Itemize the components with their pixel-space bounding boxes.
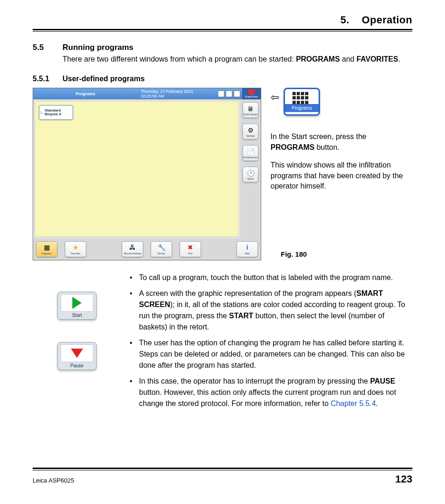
pause-button-label: Pause <box>70 363 83 368</box>
arrow-left-icon: ⇨ <box>271 92 279 103</box>
gauge-icon: 🕑 <box>247 169 255 177</box>
chapter-title: Operation <box>362 14 412 26</box>
pause-button[interactable]: Pause <box>57 342 97 370</box>
screens-icon: 🖧 <box>129 244 136 251</box>
status-button[interactable]: 🕑Status <box>243 167 258 182</box>
subsection-number: 5.5.1 <box>33 75 54 83</box>
start-button[interactable]: Start <box>57 292 97 320</box>
screenshot-topbar: Programs Thursday, 17 February 2011 10:2… <box>33 88 261 99</box>
chapter-header: 5. Operation <box>33 14 412 29</box>
programs-large-button[interactable]: Programs <box>284 88 320 116</box>
right-paragraph-1: In the Start screen, press the PROGRAMS … <box>271 132 412 153</box>
programs-screenshot: Programs Thursday, 17 February 2011 10:2… <box>33 88 261 260</box>
topbar-battery-icon[interactable] <box>226 91 232 97</box>
info-icon: i <box>246 244 248 251</box>
monitor-icon: 🖥 <box>247 105 254 112</box>
screenshot-bottombar: ▦Programs ★Favorites 🖧Remote Desktop 🔧Se… <box>33 238 261 260</box>
instruction-list: To call up a program, touch the button t… <box>130 272 412 409</box>
figure-caption: Fig. 180 <box>281 250 412 258</box>
chapter-number: 5. <box>341 14 349 26</box>
list-item: The user has the option of changing the … <box>130 337 412 371</box>
pause-icon <box>71 349 83 358</box>
program-tile-index: 1 <box>39 111 44 115</box>
grid-icon: ▦ <box>44 244 50 251</box>
grid-icon <box>292 92 311 104</box>
subsection-title: User-defined programs <box>63 75 145 83</box>
gear-icon: ⚙ <box>248 126 254 134</box>
header-rule-thin <box>33 31 412 32</box>
start-button-label: Start <box>72 313 82 318</box>
star-icon: ★ <box>73 244 79 251</box>
enhancement-button[interactable]: 📄Enhancement <box>243 145 258 161</box>
smart-screen-button[interactable]: 🖥Smart Screen <box>243 102 258 118</box>
list-item: In this case, the operator has to interr… <box>130 376 412 409</box>
remote-button[interactable]: 🖧Remote Desktop <box>122 241 143 257</box>
help-button[interactable]: iHelp <box>236 241 258 257</box>
shield-icon <box>248 90 255 95</box>
page-number: 123 <box>395 473 412 485</box>
topbar-save-icon[interactable] <box>218 91 224 97</box>
program-canvas: 1 Standard Biopsie II <box>35 101 239 237</box>
program-tile-label: Standard Biopsie II <box>44 108 73 118</box>
screenshot-datetime: Thursday, 17 February 2011 10:23:59 AM <box>138 89 202 98</box>
footer-product: Leica ASP6025 <box>33 477 74 484</box>
section-number: 5.5 <box>33 43 54 52</box>
list-item: A screen with the graphic representation… <box>130 288 412 333</box>
service-button[interactable]: 🔧Service <box>151 241 172 257</box>
screenshot-title: Programs <box>33 91 138 96</box>
footer: Leica ASP6025 123 <box>33 468 412 485</box>
favorites-tab[interactable]: ★Favorites <box>65 241 86 257</box>
topbar-usb-icon[interactable] <box>234 91 240 97</box>
close-icon: ✖ <box>188 244 193 251</box>
supervisor-badge[interactable]: Supervisor <box>242 88 261 99</box>
chapter-link[interactable]: Chapter 5.5.4 <box>331 399 376 407</box>
programs-tab[interactable]: ▦Programs <box>36 241 57 257</box>
section-body: There are two different windows from whi… <box>63 54 412 64</box>
header-rule-thick <box>33 29 412 30</box>
settings-button[interactable]: ⚙Settings <box>243 124 258 140</box>
wrench-icon: 🔧 <box>158 244 166 251</box>
programs-large-button-label: Programs <box>285 104 319 112</box>
right-paragraph-2: This window shows all the infiltration p… <box>271 160 412 191</box>
list-icon: 📄 <box>247 148 255 155</box>
list-item: To call up a program, touch the button t… <box>130 272 412 283</box>
program-tile[interactable]: 1 Standard Biopsie II <box>39 105 73 120</box>
play-icon <box>72 297 82 309</box>
section-title: Running programs <box>63 43 133 52</box>
screenshot-sidebar: 🖥Smart Screen ⚙Settings 📄Enhancement 🕑St… <box>240 99 261 238</box>
exit-button[interactable]: ✖Exit <box>180 241 201 257</box>
